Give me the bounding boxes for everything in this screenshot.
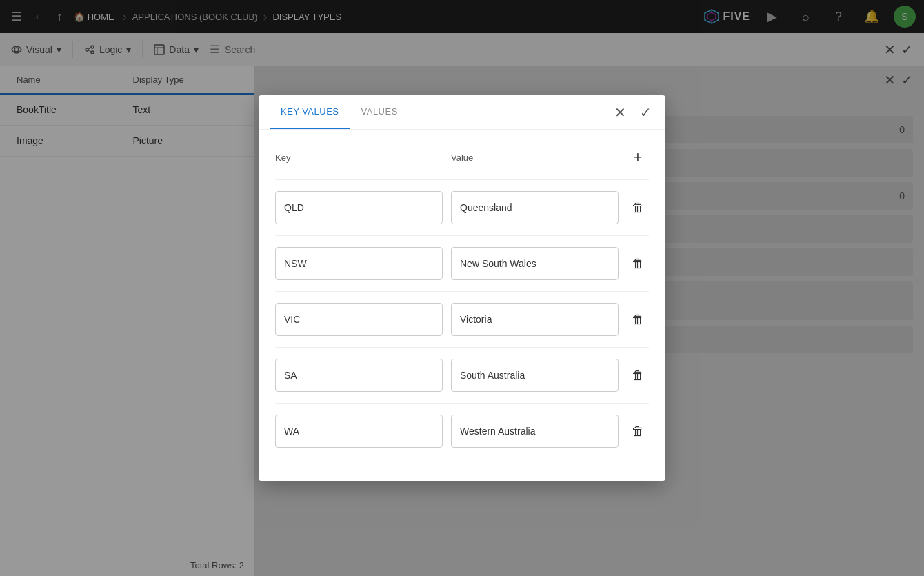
kv-row-0: 🗑 [275,191,649,236]
key-input-2[interactable] [275,303,443,336]
modal-close-button[interactable]: ✕ [612,101,629,123]
modal-overlay: KEY-VALUES VALUES ✕ ✓ Key Value + 🗑 [0,0,924,576]
key-input-3[interactable] [275,359,443,392]
modal-tabs: KEY-VALUES VALUES [270,95,612,129]
value-input-0[interactable] [451,191,619,224]
modal-header-actions: ✕ ✓ [612,101,654,123]
kv-row-2: 🗑 [275,303,649,348]
kv-row-4: 🗑 [275,415,649,459]
kv-row-1: 🗑 [275,247,649,292]
tab-key-values[interactable]: KEY-VALUES [270,95,350,129]
tab-values[interactable]: VALUES [350,95,409,129]
value-input-1[interactable] [451,247,619,280]
value-input-4[interactable] [451,415,619,448]
delete-row-0-button[interactable]: 🗑 [627,197,649,219]
modal-body: Key Value + 🗑 🗑 🗑 [259,130,665,481]
key-input-0[interactable] [275,191,443,224]
modal-header: KEY-VALUES VALUES ✕ ✓ [259,95,665,130]
delete-row-4-button[interactable]: 🗑 [627,420,649,442]
kv-column-headers: Key Value + [275,141,649,180]
kv-modal: KEY-VALUES VALUES ✕ ✓ Key Value + 🗑 [259,95,665,481]
key-column-label: Key [275,152,451,163]
delete-row-3-button[interactable]: 🗑 [627,364,649,386]
delete-row-1-button[interactable]: 🗑 [627,252,649,275]
add-row-button[interactable]: + [627,146,649,168]
key-input-1[interactable] [275,247,443,280]
delete-row-2-button[interactable]: 🗑 [627,308,649,330]
value-column-label: Value [451,152,627,163]
key-input-4[interactable] [275,415,443,448]
modal-confirm-button[interactable]: ✓ [637,101,654,123]
value-input-2[interactable] [451,303,619,336]
value-input-3[interactable] [451,359,619,392]
kv-row-3: 🗑 [275,359,649,404]
